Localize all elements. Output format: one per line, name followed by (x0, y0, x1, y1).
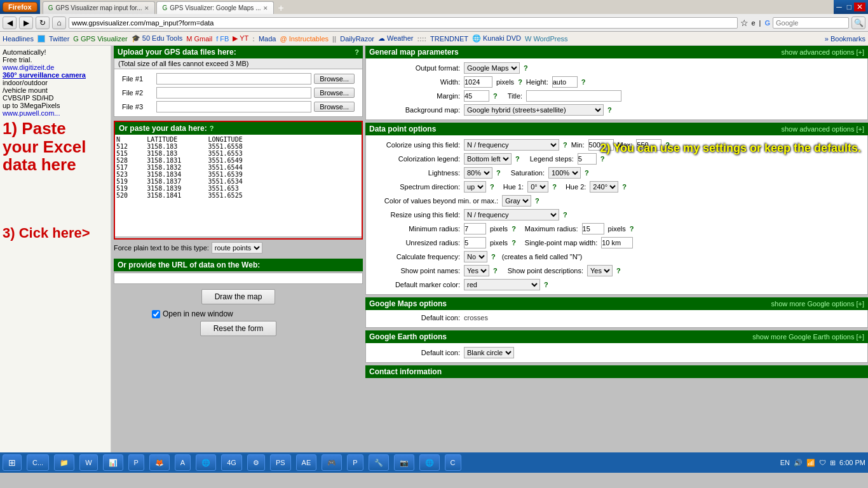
tab-2-close[interactable]: ✕ (263, 5, 268, 11)
spectrum-select[interactable]: up (464, 181, 486, 193)
bm-weather[interactable]: ☁ Weather (378, 34, 413, 43)
search-input[interactable] (773, 17, 849, 29)
output-format-help[interactable]: ? (524, 64, 528, 72)
taskbar-app-word[interactable]: W (79, 454, 97, 471)
taskbar-app-a[interactable]: A (175, 454, 191, 471)
saturation-select[interactable]: 100% (548, 167, 581, 179)
update-icon[interactable]: ⊞ (830, 459, 836, 467)
bm-edu[interactable]: 🎓 50 Edu Tools (132, 34, 182, 43)
ge-default-icon-select[interactable]: Blank circle (464, 347, 514, 358)
tab-1[interactable]: G GPS Visualizer map input for... ✕ (43, 1, 156, 14)
open-new-window-checkbox[interactable] (152, 310, 160, 318)
taskbar-app-ps[interactable]: PS (270, 454, 291, 471)
default-marker-help[interactable]: ? (544, 281, 548, 288)
width-input[interactable] (464, 76, 492, 88)
start-button[interactable]: ⊞ (3, 454, 22, 471)
legend-steps-input[interactable] (578, 153, 597, 165)
taskbar-app-web[interactable]: 🌐 (419, 454, 440, 471)
bm-dailyrazor[interactable]: DailyRazor (340, 35, 374, 43)
bm-trendnet[interactable]: TRENDNET (430, 35, 468, 43)
min-radius-input[interactable] (464, 223, 486, 234)
url-input[interactable] (114, 273, 363, 284)
sidebar-link-1[interactable]: www.digitizeit.de (3, 64, 108, 71)
hue1-select[interactable]: 0° (527, 181, 548, 193)
home-button[interactable]: ⌂ (52, 17, 66, 29)
margin-input[interactable] (464, 90, 489, 102)
show-desc-select[interactable]: Yes (587, 265, 613, 276)
legend-steps-help[interactable]: ? (600, 155, 605, 163)
paste-help-icon[interactable]: ? (210, 125, 214, 132)
hue2-select[interactable]: 240° (590, 181, 618, 193)
lightness-help[interactable]: ? (496, 169, 501, 177)
close-icon[interactable]: ✕ (854, 3, 865, 11)
taskbar-app-gear[interactable]: ⚙ (247, 454, 265, 471)
height-help[interactable]: ? (581, 78, 586, 86)
saturation-help[interactable]: ? (585, 169, 589, 177)
bm-yt[interactable]: ▶ YT (233, 34, 248, 43)
unresized-input[interactable] (464, 237, 486, 248)
taskbar-app-c[interactable]: C... (27, 454, 49, 471)
spectrum-help[interactable]: ? (490, 183, 494, 191)
taskbar-app-game[interactable]: 🎮 (322, 454, 342, 471)
taskbar-app-firefox[interactable]: 🦊 (149, 454, 170, 471)
upload-help-icon[interactable]: ? (355, 48, 359, 56)
bm-kunaki[interactable]: 🌐 Kunaki DVD (472, 34, 521, 43)
hue1-help[interactable]: ? (552, 183, 557, 191)
bg-map-select[interactable]: Google hybrid (streets+satellite) (464, 104, 604, 116)
max-radius-input[interactable] (582, 223, 604, 234)
resize-help[interactable]: ? (563, 211, 567, 219)
taskbar-app-camera[interactable]: 📷 (394, 454, 414, 471)
taskbar-app-c2[interactable]: C (445, 454, 461, 471)
sidebar-camera-link[interactable]: 360° surveillance camera (3, 71, 108, 79)
bookmark-star[interactable]: ☆ (740, 18, 749, 28)
resize-select[interactable]: N / frequency (464, 209, 559, 220)
file-1-browse[interactable]: Browse... (314, 74, 355, 84)
address-input[interactable] (69, 17, 738, 29)
colorize-help[interactable]: ? (563, 141, 567, 149)
reset-form-button[interactable]: Reset the form (200, 321, 277, 336)
calc-freq-select[interactable]: No (464, 251, 487, 262)
bm-instructables[interactable]: @ Instructables (280, 35, 329, 43)
default-marker-select[interactable]: red (464, 279, 540, 290)
file-2-browse[interactable]: Browse... (314, 88, 355, 98)
google-earth-show-more[interactable]: show more Google Earth options [+] (752, 333, 864, 341)
search-button[interactable]: 🔍 (851, 17, 865, 29)
paste-textarea[interactable]: N LATITUDE LONGITUDE 512 3158.183 3551.6… (115, 135, 362, 236)
bm-wp[interactable]: W WordPress (525, 35, 568, 43)
bm-headlines[interactable]: Headlines (3, 35, 34, 43)
bm-fb[interactable]: f FB (216, 35, 229, 43)
bm-gps[interactable]: G GPS Visualizer (73, 35, 127, 43)
output-format-select[interactable]: Google Maps (464, 62, 520, 74)
tab-1-close[interactable]: ✕ (144, 5, 149, 11)
file-3-browse[interactable]: Browse... (314, 102, 355, 112)
file-2-input[interactable] (156, 87, 311, 98)
data-point-show-advanced[interactable]: show advanced options [+] (781, 125, 864, 133)
force-type-select[interactable]: route points waypoints track points (212, 242, 262, 254)
hue2-help[interactable]: ? (622, 183, 627, 191)
colorization-legend-select[interactable]: Bottom left (464, 153, 512, 165)
max-radius-help[interactable]: ? (630, 225, 634, 233)
colorize-select[interactable]: N / frequency (464, 139, 559, 151)
bm-more[interactable]: » Bookmarks (825, 35, 865, 43)
rss-icon[interactable]: e (751, 19, 755, 27)
sound-icon[interactable]: 🔊 (794, 459, 803, 467)
refresh-button[interactable]: ↻ (36, 17, 50, 29)
height-input[interactable] (552, 76, 578, 88)
back-button[interactable]: ◀ (3, 17, 17, 29)
taskbar-app-excel[interactable]: 📊 (103, 454, 123, 471)
taskbar-app-ae[interactable]: AE (296, 454, 317, 471)
margin-help[interactable]: ? (493, 92, 498, 100)
file-1-input[interactable] (156, 73, 311, 85)
file-3-input[interactable] (156, 101, 311, 112)
firefox-menu-button[interactable]: Firefox (3, 2, 37, 12)
general-map-show-advanced[interactable]: show advanced options [+] (781, 48, 864, 56)
color-beyond-help[interactable]: ? (535, 197, 539, 205)
calc-freq-help[interactable]: ? (491, 253, 496, 261)
bg-map-help[interactable]: ? (607, 106, 612, 114)
bm-twitter[interactable]: Twitter (49, 35, 69, 43)
show-names-select[interactable]: Yes (464, 265, 489, 276)
taskbar-app-4g[interactable]: 4G (221, 454, 242, 471)
single-point-input[interactable] (601, 237, 633, 248)
maximize-icon[interactable]: □ (844, 3, 854, 11)
draw-map-button[interactable]: Draw the map (201, 289, 276, 304)
